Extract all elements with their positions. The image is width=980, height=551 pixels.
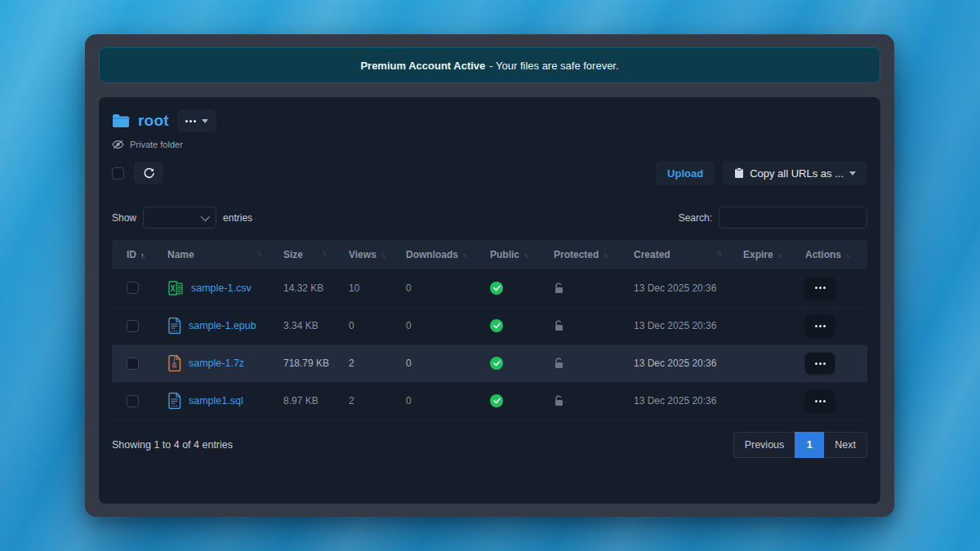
table-row: sample-1.csv 14.32 KB 10 0 13 Dec 2025 2… — [112, 269, 867, 307]
toolbar-right: Upload Copy all URLs as ... — [656, 161, 867, 185]
eye-slash-icon — [112, 140, 124, 149]
folder-privacy-label: Private folder — [130, 140, 183, 149]
chevron-down-icon — [202, 119, 208, 123]
public-check-icon — [490, 394, 503, 407]
document-file-icon — [167, 318, 181, 334]
file-link[interactable]: sample1.sql — [189, 395, 243, 407]
sort-icon: ↑↓ — [462, 251, 466, 260]
file-link[interactable]: sample-1.7z — [189, 358, 244, 369]
file-link[interactable]: sample-1.epub — [189, 320, 256, 331]
chevron-down-icon — [849, 171, 856, 176]
column-header-id[interactable]: ID↑↓ — [112, 240, 153, 269]
row-actions-button[interactable] — [805, 315, 835, 336]
row-checkbox[interactable] — [127, 395, 139, 407]
upload-button-label: Upload — [667, 167, 703, 180]
row-checkbox[interactable] — [127, 358, 139, 370]
sort-icon: ↑↓ — [777, 251, 782, 260]
file-expire — [728, 307, 791, 344]
file-manager-card: root Private folder — [99, 97, 880, 504]
file-created: 13 Dec 2025 20:36 — [619, 269, 728, 307]
premium-banner: Premium Account Active - Your files are … — [99, 47, 880, 83]
copy-all-urls-label: Copy all URLs as ... — [750, 167, 844, 180]
file-created: 13 Dec 2025 20:36 — [619, 382, 728, 420]
select-all-checkbox[interactable] — [112, 167, 124, 180]
refresh-button[interactable] — [134, 162, 163, 184]
ellipsis-icon — [185, 120, 196, 122]
unlocked-padlock-icon — [554, 320, 619, 331]
search-input[interactable] — [719, 207, 867, 229]
unlocked-padlock-icon — [554, 395, 619, 407]
table-footer: Showing 1 to 4 of 4 entries Previous 1 N… — [112, 432, 867, 458]
sort-icon: ↑↓ — [140, 251, 145, 260]
premium-banner-title: Premium Account Active — [360, 60, 485, 72]
sort-icon: ↑↓ — [716, 249, 720, 257]
column-header-created[interactable]: Created↑↓ — [619, 240, 728, 269]
sort-icon: ↑↓ — [603, 251, 607, 260]
public-check-icon — [490, 319, 503, 332]
sort-icon: ↑↓ — [256, 249, 261, 257]
unlocked-padlock-icon — [554, 358, 619, 369]
upload-button[interactable]: Upload — [656, 161, 715, 185]
file-created: 13 Dec 2025 20:36 — [619, 307, 728, 344]
pagination: Previous 1 Next — [733, 432, 867, 458]
file-size: 14.32 KB — [269, 269, 334, 307]
previous-page-button[interactable]: Previous — [733, 432, 795, 458]
file-expire — [728, 382, 791, 420]
column-header-actions[interactable]: Actions↑↓ — [791, 240, 867, 269]
file-views: 0 — [334, 307, 391, 344]
folder-privacy: Private folder — [112, 140, 867, 149]
column-header-views[interactable]: Views↑↓ — [334, 240, 391, 269]
file-downloads: 0 — [391, 344, 475, 382]
ellipsis-icon — [815, 287, 826, 289]
next-page-button[interactable]: Next — [824, 432, 867, 458]
file-expire — [728, 344, 791, 382]
file-size: 3.34 KB — [269, 307, 334, 344]
row-actions-button[interactable] — [805, 278, 835, 299]
folder-icon — [112, 113, 130, 128]
files-table: ID↑↓ Name↑↓ Size↑↓ Views↑↓ Downloads↑↓ P… — [112, 240, 867, 420]
column-header-size[interactable]: Size↑↓ — [269, 240, 334, 269]
search-group: Search: — [679, 207, 867, 229]
folder-header: root — [112, 109, 867, 133]
show-label: Show — [112, 212, 136, 224]
column-header-expire[interactable]: Expire↑↓ — [728, 240, 791, 269]
ellipsis-icon — [815, 325, 826, 327]
document-file-icon — [167, 393, 181, 409]
ellipsis-icon — [815, 400, 826, 402]
row-actions-button[interactable] — [805, 353, 835, 374]
file-expire — [728, 269, 791, 307]
column-header-protected[interactable]: Protected↑↓ — [539, 240, 619, 269]
row-actions-button[interactable] — [805, 390, 835, 411]
file-downloads: 0 — [391, 269, 475, 307]
row-checkbox[interactable] — [127, 320, 139, 332]
table-header-row: ID↑↓ Name↑↓ Size↑↓ Views↑↓ Downloads↑↓ P… — [112, 240, 867, 269]
file-downloads: 0 — [391, 382, 475, 420]
show-entries-group: Show entries — [112, 207, 252, 229]
file-created: 13 Dec 2025 20:36 — [619, 344, 728, 382]
copy-all-urls-button[interactable]: Copy all URLs as ... — [723, 161, 867, 185]
sort-icon: ↑↓ — [322, 249, 326, 257]
refresh-icon — [143, 167, 155, 180]
toolbar-left — [112, 162, 163, 184]
app-window: Premium Account Active - Your files are … — [85, 34, 894, 517]
premium-banner-subtitle: - Your files are safe forever. — [489, 60, 618, 72]
file-size: 8.97 KB — [269, 382, 334, 420]
column-header-downloads[interactable]: Downloads↑↓ — [391, 240, 475, 269]
row-checkbox[interactable] — [127, 282, 139, 294]
file-size: 718.79 KB — [269, 344, 334, 382]
page-1-button[interactable]: 1 — [795, 432, 824, 458]
clipboard-icon — [734, 167, 744, 179]
column-header-public[interactable]: Public↑↓ — [475, 240, 539, 269]
ellipsis-icon — [815, 362, 826, 365]
column-header-name[interactable]: Name↑↓ — [153, 240, 269, 269]
folder-name: root — [138, 112, 169, 130]
folder-menu-button[interactable] — [177, 109, 216, 132]
public-check-icon — [490, 282, 503, 295]
search-label: Search: — [679, 212, 712, 224]
chevron-down-icon — [201, 211, 210, 220]
entries-per-page-select[interactable] — [143, 207, 216, 229]
desktop-background: { "banner": { "bold": "Premium Account A… — [0, 0, 980, 551]
file-link[interactable]: sample-1.csv — [191, 282, 252, 294]
sort-icon: ↑↓ — [523, 251, 528, 260]
public-check-icon — [490, 357, 503, 370]
